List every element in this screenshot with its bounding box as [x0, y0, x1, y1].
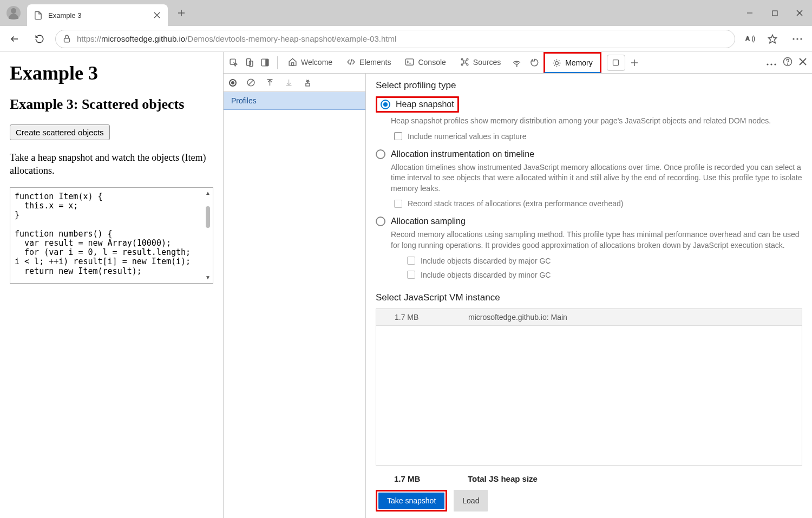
- take-snapshot-button[interactable]: Take snapshot: [378, 493, 444, 509]
- total-heap-size: 1.7 MB: [376, 474, 468, 483]
- desc-allocation-timeline: Allocation timelines show instrumented J…: [391, 162, 802, 194]
- scroll-down-icon[interactable]: ▼: [205, 274, 211, 281]
- devtools-panel: Welcome Elements Console Sources: [224, 52, 812, 518]
- label-heap-snapshot[interactable]: Heap snapshot: [396, 100, 454, 109]
- checkbox-major-gc: [407, 257, 415, 265]
- help-button[interactable]: [783, 57, 793, 69]
- vm-instance-title: Select JavaScript VM instance: [376, 292, 802, 303]
- svg-rect-20: [291, 63, 293, 65]
- label-include-numerical[interactable]: Include numerical values in capture: [408, 132, 526, 141]
- label-allocation-sampling[interactable]: Allocation sampling: [391, 217, 466, 226]
- dock-icon[interactable]: [260, 58, 270, 67]
- clear-icon[interactable]: [246, 78, 256, 87]
- option-allocation-sampling: Allocation sampling Record memory alloca…: [376, 217, 802, 279]
- svg-rect-5: [772, 11, 777, 16]
- read-aloud-button[interactable]: A: [742, 30, 760, 48]
- svg-rect-9: [64, 38, 70, 42]
- tab-overflow-button[interactable]: [607, 55, 625, 71]
- address-bar[interactable]: https://microsoftedge.github.io/Demos/de…: [55, 30, 735, 48]
- create-scattered-objects-button[interactable]: Create scattered objects: [10, 124, 110, 140]
- more-menu-button[interactable]: [788, 30, 807, 48]
- devtools-tabs: Welcome Elements Console Sources: [224, 52, 812, 74]
- memory-main: Select profiling type Heap snapshot Heap…: [366, 74, 812, 518]
- desc-allocation-sampling: Record memory allocations using sampling…: [391, 230, 802, 251]
- close-window-button[interactable]: [787, 0, 812, 26]
- vm-name: microsoftedge.github.io: Main: [468, 313, 802, 322]
- svg-marker-11: [769, 35, 777, 43]
- page-h1: Example 3: [10, 62, 213, 84]
- vm-row[interactable]: 1.7 MB microsoftedge.github.io: Main: [376, 309, 802, 326]
- svg-line-41: [559, 65, 559, 65]
- vm-size: 1.7 MB: [376, 313, 468, 322]
- svg-line-42: [554, 65, 555, 65]
- tab-sources[interactable]: Sources: [453, 52, 508, 73]
- svg-point-12: [793, 38, 794, 40]
- collect-garbage-icon[interactable]: [303, 78, 312, 87]
- total-heap-row: 1.7 MB Total JS heap size: [376, 471, 802, 490]
- refresh-button[interactable]: [30, 30, 49, 48]
- inspect-icon[interactable]: [229, 58, 238, 67]
- scroll-up-icon[interactable]: ▲: [205, 190, 211, 196]
- network-conditions-icon[interactable]: [512, 58, 521, 67]
- browser-toolbar: https://microsoftedge.github.io/Demos/de…: [0, 26, 812, 52]
- svg-line-31: [463, 63, 464, 64]
- document-icon: [34, 11, 43, 20]
- total-heap-label: Total JS heap size: [468, 474, 538, 483]
- tab-close-button[interactable]: [153, 11, 161, 19]
- tab-elements[interactable]: Elements: [339, 52, 398, 73]
- maximize-button[interactable]: [762, 0, 787, 26]
- tab-memory[interactable]: Memory: [543, 52, 601, 73]
- browser-tab[interactable]: Example 3: [27, 4, 168, 26]
- radio-allocation-sampling[interactable]: [376, 217, 385, 226]
- label-allocation-timeline[interactable]: Allocation instrumentation on timeline: [391, 149, 534, 159]
- svg-point-13: [796, 38, 798, 40]
- svg-line-30: [466, 60, 467, 61]
- profile-icon[interactable]: [6, 6, 21, 20]
- sources-icon: [460, 57, 469, 67]
- add-tab-button[interactable]: [625, 54, 644, 72]
- tab-welcome[interactable]: Welcome: [281, 52, 339, 73]
- scroll-thumb[interactable]: [206, 206, 210, 228]
- radio-heap-snapshot[interactable]: [381, 100, 390, 109]
- performance-icon[interactable]: [530, 58, 539, 67]
- desc-heap-snapshot: Heap snapshot profiles show memory distr…: [391, 116, 802, 127]
- memory-icon: [552, 58, 561, 68]
- scrollbar[interactable]: ▲ ▼: [204, 190, 212, 281]
- console-icon: [405, 57, 414, 67]
- svg-rect-60: [306, 83, 310, 86]
- favorites-button[interactable]: [763, 30, 782, 48]
- devtools-close-button[interactable]: [799, 58, 807, 68]
- svg-line-40: [554, 60, 555, 61]
- load-button[interactable]: Load: [454, 490, 488, 512]
- page-content: Example 3 Example 3: Scattered objects C…: [0, 52, 224, 518]
- svg-rect-19: [265, 59, 269, 66]
- svg-point-47: [767, 63, 768, 65]
- new-tab-button[interactable]: [173, 5, 189, 21]
- svg-point-14: [800, 38, 802, 40]
- checkbox-minor-gc: [407, 271, 415, 279]
- label-minor-gc: Include objects discarded by minor GC: [421, 271, 551, 279]
- checkbox-include-numerical[interactable]: [394, 132, 402, 140]
- svg-point-35: [555, 61, 559, 64]
- lock-icon: [62, 34, 71, 43]
- svg-line-32: [466, 63, 467, 64]
- code-textarea[interactable]: function Item(x) { this.x = x; } functio…: [10, 187, 213, 284]
- minimize-button[interactable]: [737, 0, 762, 26]
- memory-toolbar: [224, 74, 365, 92]
- devtools-more-button[interactable]: [767, 58, 776, 68]
- device-icon[interactable]: [245, 58, 254, 67]
- back-button[interactable]: [5, 30, 24, 48]
- record-button[interactable]: [229, 79, 237, 87]
- label-major-gc: Include objects discarded by major GC: [421, 257, 551, 265]
- page-description: Take a heap snapshot and watch the objec…: [10, 151, 213, 178]
- vm-instance-list[interactable]: 1.7 MB microsoftedge.github.io: Main: [376, 309, 802, 465]
- radio-allocation-timeline[interactable]: [376, 149, 385, 159]
- label-record-stack-traces: Record stack traces of allocations (extr…: [408, 199, 623, 208]
- window-titlebar: Example 3: [0, 0, 812, 26]
- sidebar-item-profiles[interactable]: Profiles: [224, 92, 365, 110]
- tab-console[interactable]: Console: [398, 52, 453, 73]
- upload-icon[interactable]: [265, 78, 274, 87]
- tab-title: Example 3: [48, 11, 147, 19]
- checkbox-record-stack-traces: [394, 200, 402, 208]
- svg-point-33: [516, 65, 517, 66]
